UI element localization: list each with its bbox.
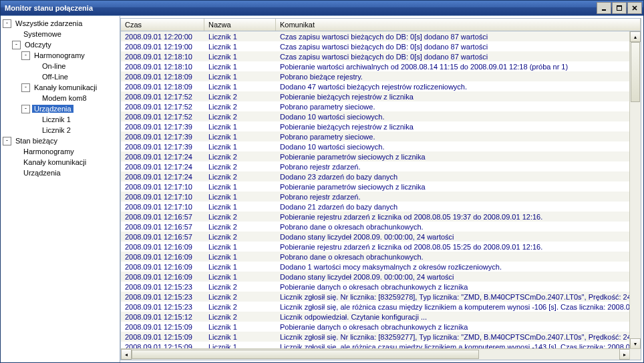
tree-node[interactable]: Kanały komunikacji	[12, 157, 120, 167]
table-row[interactable]: 2008.09.01 12:17:39Licznik 1Pobrano para…	[121, 131, 630, 141]
table-row[interactable]: 2008.09.01 12:18:10Licznik 1Pobieranie w…	[121, 61, 630, 71]
table-row[interactable]: 2008.09.01 12:16:09Licznik 1Dodano 1 war…	[121, 262, 630, 272]
cell-message: Pobieranie bieżących rejestrów z licznik…	[276, 123, 630, 131]
collapse-icon[interactable]: -	[21, 105, 30, 113]
tree-node[interactable]: -HarmonogramyOn-lineOff-Line	[21, 50, 120, 82]
tree-node[interactable]: Systemowe	[12, 29, 120, 39]
close-button[interactable]	[627, 2, 642, 14]
scroll-down-button[interactable]: ▾	[630, 338, 641, 349]
scroll-up-button[interactable]: ▴	[630, 31, 641, 42]
table-row[interactable]: 2008.09.01 12:16:57Licznik 2Dodano stany…	[121, 232, 630, 242]
table-row[interactable]: 2008.09.01 12:17:52Licznik 2Pobrano para…	[121, 101, 630, 111]
tree-node-label[interactable]: On-line	[40, 62, 67, 70]
tree-node[interactable]: -Stan bieżącyHarmonogramyKanały komunika…	[3, 135, 120, 178]
tree-node-label[interactable]: Licznik 1	[40, 115, 73, 123]
table-row[interactable]: 2008.09.01 12:18:10Licznik 1Czas zapisu …	[121, 51, 630, 61]
table-row[interactable]: 2008.09.01 12:17:52Licznik 2Dodano 10 wa…	[121, 111, 630, 121]
table-row[interactable]: 2008.09.01 12:17:24Licznik 2Pobieranie p…	[121, 151, 630, 161]
tree-node[interactable]: -UrządzeniaLicznik 1Licznik 2	[21, 103, 120, 135]
tree-node[interactable]: Licznik 2	[31, 125, 120, 135]
window-body: -Wszystkie zdarzeniaSystemowe-Odczyty-Ha…	[1, 15, 643, 362]
scroll-right-button[interactable]: ▸	[619, 349, 630, 360]
table-row[interactable]: 2008.09.01 12:17:39Licznik 1Pobieranie b…	[121, 121, 630, 131]
table-row[interactable]: 2008.09.01 12:18:09Licznik 1Dodano 47 wa…	[121, 81, 630, 91]
tree-node[interactable]: Modem kom8	[31, 93, 120, 103]
table-row[interactable]: 2008.09.01 12:17:10Licznik 1Dodano 21 zd…	[121, 202, 630, 212]
tree-node[interactable]: Off-Line	[31, 71, 120, 82]
hscroll-thumb[interactable]	[132, 350, 479, 359]
tree-node-label[interactable]: Stan bieżący	[13, 137, 59, 145]
cell-name: Licznik 1	[204, 133, 276, 141]
collapse-icon[interactable]: -	[21, 83, 30, 92]
table-row[interactable]: 2008.09.01 12:16:57Licznik 2Pobrano dane…	[121, 222, 630, 232]
table-row[interactable]: 2008.09.01 12:15:12Licznik 2Licznik odpo…	[121, 312, 630, 322]
table-row[interactable]: 2008.09.01 12:15:09Licznik 1Pobieranie d…	[121, 322, 630, 332]
column-header-time[interactable]: Czas	[121, 19, 204, 31]
vertical-scrollbar[interactable]: ▴ ▾	[629, 31, 641, 349]
app-window: Monitor stanu połączenia -Wszystkie zdar…	[0, 0, 644, 363]
cell-time: 2008.09.01 12:16:09	[121, 243, 204, 251]
table-row[interactable]: 2008.09.01 12:16:09Licznik 1Pobrano dane…	[121, 252, 630, 262]
tree-leaf-spacer	[31, 95, 38, 102]
tree-node[interactable]: -Odczyty-HarmonogramyOn-lineOff-Line-Kan…	[12, 39, 120, 135]
table-row[interactable]: 2008.09.01 12:15:09Licznik 1Licznik zgło…	[121, 332, 630, 342]
table-row[interactable]: 2008.09.01 12:17:52Licznik 2Pobieranie b…	[121, 91, 630, 101]
vscroll-thumb[interactable]	[631, 42, 640, 102]
cell-message: Pobieranie wartości archiwalnych od 2008…	[276, 63, 630, 71]
table-row[interactable]: 2008.09.01 12:20:00Licznik 1Czas zapisu …	[121, 31, 630, 41]
maximize-button[interactable]	[612, 2, 627, 14]
tree-node-label[interactable]: Urządzenia	[32, 105, 73, 113]
tree-node[interactable]: Harmonogramy	[12, 146, 120, 157]
minimize-button[interactable]	[597, 2, 611, 14]
tree-panel[interactable]: -Wszystkie zdarzeniaSystemowe-Odczyty-Ha…	[1, 16, 120, 362]
tree-node-label[interactable]: Off-Line	[40, 73, 70, 81]
tree-node[interactable]: Licznik 1	[31, 114, 120, 125]
table-row[interactable]: 2008.09.01 12:16:57Licznik 2Pobieranie r…	[121, 212, 630, 222]
cell-time: 2008.09.01 12:17:24	[121, 163, 204, 171]
collapse-icon[interactable]: -	[21, 51, 30, 60]
tree-node[interactable]: -Wszystkie zdarzeniaSystemowe-Odczyty-Ha…	[3, 18, 120, 135]
table-row[interactable]: 2008.09.01 12:17:24Licznik 2Dodano 23 zd…	[121, 171, 630, 182]
vscroll-track[interactable]	[630, 42, 641, 338]
tree-node[interactable]: On-line	[31, 61, 120, 71]
grid-body[interactable]: 2008.09.01 12:20:00Licznik 1Czas zapisu …	[121, 31, 630, 349]
table-row[interactable]: 2008.09.01 12:18:09Licznik 1Pobrano bież…	[121, 71, 630, 81]
cell-name: Licznik 1	[204, 273, 276, 281]
tree-node[interactable]: -Kanały komunikacjiModem kom8	[21, 82, 120, 103]
column-header-message[interactable]: Komunikat	[276, 19, 641, 31]
tree-node-label[interactable]: Wszystkie zdarzenia	[13, 19, 84, 27]
collapse-icon[interactable]: -	[12, 41, 21, 49]
collapse-icon[interactable]: -	[3, 19, 11, 28]
cell-message: Pobrano bieżące rejestry.	[276, 73, 630, 81]
titlebar[interactable]: Monitor stanu połączenia	[1, 1, 643, 15]
tree-node-label[interactable]: Kanały komunikacji	[32, 83, 99, 91]
tree-node-label[interactable]: Kanały komunikacji	[21, 158, 88, 166]
cell-name: Licznik 2	[204, 173, 276, 181]
cell-name: Licznik 1	[204, 73, 276, 81]
tree-node-label[interactable]: Systemowe	[21, 30, 63, 38]
tree-node-label[interactable]: Odczyty	[23, 41, 53, 49]
horizontal-scrollbar[interactable]: ◂ ▸	[121, 348, 630, 360]
tree-node-label[interactable]: Licznik 2	[40, 126, 73, 134]
scroll-left-button[interactable]: ◂	[121, 349, 132, 360]
tree-node[interactable]: Urządzenia	[12, 167, 120, 178]
cell-name: Licznik 2	[204, 93, 276, 101]
table-row[interactable]: 2008.09.01 12:17:10Licznik 1Pobieranie p…	[121, 182, 630, 192]
column-header-name[interactable]: Nazwa	[204, 19, 276, 31]
table-row[interactable]: 2008.09.01 12:16:09Licznik 1Dodano stany…	[121, 272, 630, 282]
table-row[interactable]: 2008.09.01 12:19:00Licznik 1Czas zapisu …	[121, 41, 630, 51]
table-row[interactable]: 2008.09.01 12:17:39Licznik 1Dodano 10 wa…	[121, 141, 630, 151]
hscroll-track[interactable]	[132, 349, 619, 360]
table-row[interactable]: 2008.09.01 12:15:23Licznik 2Pobieranie d…	[121, 282, 630, 292]
tree-node-label[interactable]: Harmonogramy	[32, 51, 87, 59]
tree-node-label[interactable]: Urządzenia	[21, 169, 63, 177]
table-row[interactable]: 2008.09.01 12:16:09Licznik 1Pobieranie r…	[121, 242, 630, 252]
tree-node-label[interactable]: Modem kom8	[40, 94, 89, 102]
tree-node-label[interactable]: Harmonogramy	[21, 147, 76, 155]
table-row[interactable]: 2008.09.01 12:17:10Licznik 1Pobrano reje…	[121, 192, 630, 202]
table-row[interactable]: 2008.09.01 12:17:24Licznik 2Pobrano reje…	[121, 161, 630, 171]
cell-name: Licznik 1	[204, 123, 276, 131]
table-row[interactable]: 2008.09.01 12:15:23Licznik 2Licznik zgło…	[121, 302, 630, 312]
table-row[interactable]: 2008.09.01 12:15:23Licznik 2Licznik zgło…	[121, 292, 630, 302]
collapse-icon[interactable]: -	[3, 137, 11, 145]
